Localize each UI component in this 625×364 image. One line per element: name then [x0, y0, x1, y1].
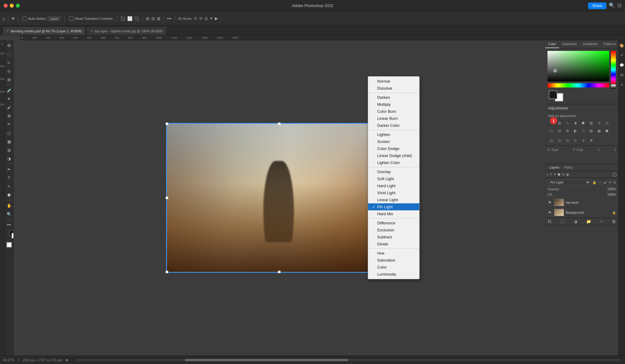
3d-light-icon[interactable]: ✦ [210, 16, 213, 21]
blend-lighter-color[interactable]: Lighter Color [368, 159, 419, 166]
blend-overlay[interactable]: Overlay [368, 168, 419, 175]
opacity-strip-vertical[interactable] [611, 84, 616, 89]
blend-linear-light[interactable]: Linear Light [368, 196, 419, 203]
layers-color-icon[interactable]: ◑ [566, 173, 569, 177]
blend-exclusion[interactable]: Exclusion [368, 227, 419, 234]
type-tool[interactable]: T [5, 174, 13, 182]
handle-mid-left[interactable] [166, 197, 168, 199]
adj-color-balance[interactable]: ⊙ [596, 120, 602, 126]
adj-photo-filter[interactable]: ⬡ [548, 127, 555, 134]
close-button[interactable] [4, 4, 8, 8]
extras-tool[interactable]: ••• [5, 221, 13, 229]
blend-mode-select[interactable]: Pin Light [547, 179, 591, 185]
align-left-icon[interactable]: ⬛ [120, 16, 125, 21]
adj-threshold[interactable]: ▧ [588, 127, 594, 134]
blend-dissolve[interactable]: Dissolve [368, 85, 419, 92]
color-tab-color[interactable]: Color [545, 40, 559, 48]
layers-shape-icon[interactable]: ⬟ [558, 173, 561, 177]
icon-chat[interactable]: 💬 [619, 62, 625, 68]
3d-mode-icon[interactable]: ↻ [194, 16, 197, 21]
marquee-tool[interactable]: ⬚ [5, 50, 13, 58]
zoom-tool[interactable]: 🔍 [5, 210, 13, 218]
blend-color-burn[interactable]: Color Burn [368, 108, 419, 115]
scrollbar-horizontal[interactable] [74, 358, 622, 362]
hue-strip-vertical[interactable] [611, 51, 616, 84]
color-tab-swatches[interactable]: Swatches [559, 40, 580, 48]
blend-soft-light[interactable]: Soft Light [368, 175, 419, 182]
eyedropper-tool[interactable]: 💉 [5, 86, 13, 94]
3d-video-icon[interactable]: ▶ [215, 16, 218, 21]
layers-smart-icon[interactable]: ⊙ [562, 173, 565, 177]
move-tool[interactable]: ✛ [5, 41, 13, 49]
adj-color-lookup[interactable]: ⊞ [564, 127, 571, 134]
lock-icon[interactable]: 🔒 [592, 180, 597, 184]
icon-minimize-panel[interactable]: ≡ [619, 82, 625, 88]
adj-extra-5[interactable]: ☌ [580, 137, 587, 144]
auto-select-checkbox[interactable]: Auto-Select: Layer [21, 16, 61, 22]
hue-slider[interactable] [547, 83, 609, 87]
transform-check[interactable] [69, 16, 74, 21]
eraser-tool[interactable]: ◻ [5, 129, 13, 137]
extras-icon[interactable]: ••• [167, 16, 172, 21]
layers-adjust-icon[interactable]: ☀ [553, 173, 556, 177]
add-mask-icon[interactable]: ⬚ [561, 219, 564, 224]
blend-divide[interactable]: Divide [368, 241, 419, 248]
opacity-value[interactable]: 100% [607, 187, 616, 191]
distribute3-icon[interactable]: ⊠ [157, 16, 161, 21]
blend-lighten[interactable]: Lighten [368, 131, 419, 138]
adj-selective-color[interactable]: ⬢ [604, 127, 610, 134]
blend-pin-light[interactable]: ✓ Pin Light [368, 203, 419, 210]
adj-extra-3[interactable]: ◳ [564, 137, 571, 144]
quick-mask-icon[interactable] [6, 242, 12, 248]
adj-extra-2[interactable]: ◲ [556, 137, 563, 144]
blend-hue[interactable]: Hue [368, 250, 419, 257]
tab-close-2[interactable]: ✕ [90, 29, 93, 33]
foreground-swatch[interactable] [549, 91, 557, 99]
handle-top-middle[interactable] [278, 123, 280, 125]
crop-tool[interactable]: ⊞ [5, 76, 13, 84]
icon-ai[interactable]: AI [619, 72, 625, 78]
gradient-tool[interactable]: ▦ [5, 137, 13, 145]
lock-image-icon[interactable]: 🖌 [603, 180, 607, 184]
layers-filter-toggle[interactable]: ◯ [612, 172, 616, 177]
shape-tool[interactable]: ⬟ [5, 191, 13, 199]
auto-select-check[interactable] [23, 16, 27, 21]
hand-tool[interactable]: ✋ [5, 202, 13, 209]
layer-eye-2[interactable]: 👁 [547, 210, 552, 215]
tab-close-1[interactable]: ✕ [6, 29, 9, 33]
handle-bottom-left[interactable] [166, 271, 168, 273]
3d-view-icon[interactable]: ⟳ [199, 16, 203, 21]
share-button[interactable]: Share [588, 2, 606, 9]
distribute2-icon[interactable]: ⊟ [151, 16, 155, 21]
adj-posterize[interactable]: ⬠ [580, 127, 587, 134]
blend-linear-dodge[interactable]: Linear Dodge (Add) [368, 152, 419, 159]
blend-linear-burn[interactable]: Linear Burn [368, 115, 419, 122]
link-layers-icon[interactable]: ⛓ [547, 219, 551, 224]
3d-camera-icon[interactable]: ◎ [204, 16, 208, 21]
scrollbar-track[interactable] [76, 359, 621, 361]
fill-value[interactable]: 100% [607, 193, 616, 196]
blend-color[interactable]: Color [368, 264, 419, 271]
blend-hard-light[interactable]: Hard Light [368, 182, 419, 189]
quick-select-tool[interactable]: ⊙ [5, 67, 13, 75]
maximize-button[interactable] [16, 4, 20, 8]
handle-top-left[interactable] [166, 123, 168, 125]
move-tool-icon[interactable]: ✛ [11, 16, 15, 21]
adj-exposure[interactable]: ◑ [572, 120, 579, 126]
lock-artboard-icon[interactable]: ⊡ [613, 180, 616, 184]
group-layers-icon[interactable]: 📁 [586, 219, 591, 224]
transform-controls[interactable]: Show Transform Controls [68, 16, 114, 21]
history-brush[interactable]: ↶ [5, 120, 13, 128]
blend-saturation[interactable]: Saturation [368, 257, 419, 264]
arrow-left-icon[interactable]: ⟨ [598, 148, 599, 152]
layers-type-icon[interactable]: T [550, 173, 552, 176]
color-picker-dot[interactable] [554, 69, 557, 72]
layer-item-2[interactable]: 👁 Background 🔒 [545, 208, 618, 218]
blend-vivid-light[interactable]: Vivid Light [368, 189, 419, 196]
spot-heal-tool[interactable]: ✦ [5, 95, 13, 103]
tab-blending-modes[interactable]: ✕ blending modes.psd @ 66.7% (Layer 1, R… [2, 27, 86, 35]
lock-transparent-icon[interactable]: ⬚ [598, 180, 602, 184]
adj-brightness[interactable]: ☀ 1 [548, 120, 555, 126]
adj-bw[interactable]: ◫ [604, 120, 610, 126]
blend-screen[interactable]: Screen [368, 138, 419, 145]
